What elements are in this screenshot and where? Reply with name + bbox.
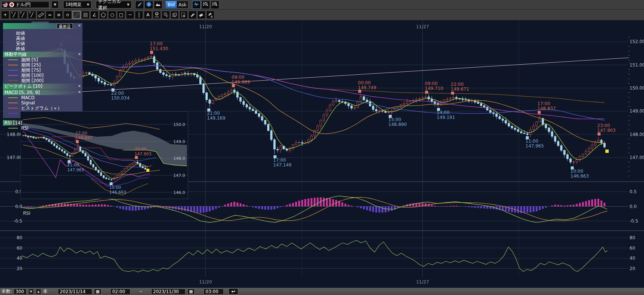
currency-pair-selector[interactable]: ドル/円 (1, 1, 50, 9)
technical-selector[interactable]: テクニカル選択▼ (96, 1, 132, 9)
close-icon[interactable]: × (78, 52, 81, 56)
to-time-input[interactable]: 03:00 (204, 289, 224, 295)
ellipse-tool[interactable]: ○ (108, 11, 116, 19)
legend-header: 最新足 × (3, 23, 82, 29)
svg-text:149.989: 149.989 (232, 80, 250, 85)
svg-text:10:00: 10:00 (109, 185, 121, 190)
crosshair-tool[interactable]: + (1, 11, 9, 19)
svg-text:11/27: 11/27 (416, 279, 429, 285)
svg-text:i: i (148, 3, 149, 6)
drawing-settings-tool[interactable] (206, 11, 214, 19)
rsi-pane-title: RSI (23, 211, 30, 216)
horizontal-line-tool[interactable]: ─ (126, 11, 134, 19)
svg-text:0.0: 0.0 (630, 204, 637, 209)
svg-text:148.00: 148.00 (630, 132, 644, 137)
pair-dropdown-button[interactable]: ▼ (51, 1, 59, 9)
svg-text:148.837: 148.837 (537, 106, 556, 111)
svg-text:80: 80 (17, 235, 22, 240)
calendar-icon[interactable]: ▦ (94, 289, 101, 295)
ruler-tool[interactable] (37, 11, 45, 19)
reset-range-button[interactable]: ↩ (229, 288, 238, 295)
svg-text:80: 80 (630, 235, 635, 240)
bar-count-label: 本数: (1, 288, 12, 295)
eraser-tool[interactable] (197, 11, 206, 19)
series-color-swatch (8, 65, 18, 65)
mountain-chart-button[interactable] (154, 1, 162, 9)
svg-text:21:00: 21:00 (207, 111, 220, 116)
series-color-swatch (8, 113, 18, 114)
svg-text:23:00: 23:00 (597, 123, 610, 128)
svg-text:11/20: 11/20 (199, 279, 212, 285)
drag-object-tool[interactable] (179, 11, 188, 19)
parallel-lines-tool[interactable]: = (46, 11, 54, 19)
bar-unit-label: 本 (43, 288, 48, 295)
count-increment-button[interactable]: ▲ (36, 289, 41, 295)
svg-text:149.169: 149.169 (207, 116, 226, 121)
close-icon[interactable]: × (78, 23, 81, 28)
from-time-input[interactable]: 02:00 (110, 289, 130, 295)
legend-group-header: MACD [5, 20, 9]× (3, 90, 82, 95)
close-icon[interactable]: × (78, 84, 81, 88)
series-color-swatch (8, 103, 18, 103)
wrench-tool[interactable] (188, 11, 197, 19)
ask-button[interactable]: Ask (177, 1, 188, 9)
legend-item: 期間 [25] (3, 62, 82, 68)
latest-bar-button[interactable]: 最新足 (57, 23, 73, 29)
icon-stamp-tool[interactable]: icon (153, 11, 161, 19)
info-button[interactable]: i (145, 1, 153, 9)
close-icon[interactable]: × (78, 90, 81, 94)
bid-button[interactable]: Bid (165, 1, 177, 9)
inset-axis-label: 150.0 (174, 122, 185, 127)
series-color-swatch (8, 97, 18, 98)
rectangle-tool[interactable]: □ (117, 11, 125, 19)
svg-text:147.965: 147.965 (67, 168, 84, 172)
svg-text:147.00: 147.00 (7, 155, 22, 160)
svg-text:149.749: 149.749 (358, 85, 376, 90)
trendline-2-tool[interactable]: ╱2 (19, 11, 27, 19)
svg-text:11:00: 11:00 (525, 139, 538, 144)
legend-item: 期間 [200] (3, 78, 82, 83)
vertical-line-tool[interactable]: │ (135, 11, 143, 19)
series-color-swatch (8, 59, 18, 60)
mountain-chart-icon (155, 1, 161, 8)
timeframe-selector[interactable]: 1時間足▼ (63, 1, 91, 9)
svg-text:146.663: 146.663 (109, 190, 126, 195)
series-color-swatch (8, 70, 18, 71)
svg-text:20: 20 (17, 266, 22, 271)
svg-text:22:00: 22:00 (111, 91, 124, 96)
zoom-in-icon (212, 1, 218, 8)
svg-text:09:00: 09:00 (232, 75, 245, 80)
svg-text:15:00: 15:00 (388, 117, 401, 122)
legend-item: 期間 [5] (3, 57, 82, 62)
calendar-icon[interactable]: ▦ (187, 289, 195, 295)
wave-chart-button[interactable] (192, 1, 201, 9)
fan-arc-tool[interactable]: ∩ (64, 11, 72, 19)
svg-text:11:00: 11:00 (67, 163, 79, 168)
bar-count-input[interactable]: 300 (14, 289, 26, 295)
fibonacci-retracement-tool[interactable]: ≡ (55, 11, 63, 19)
svg-text:17:00: 17:00 (75, 131, 87, 136)
svg-text:149.710: 149.710 (425, 86, 443, 91)
to-date-input[interactable]: 2023/11/30 (151, 289, 185, 295)
gann-fan-tool[interactable]: ∠ (90, 11, 98, 19)
zoom-in-button[interactable] (211, 1, 219, 9)
count-decrement-button[interactable]: ▼ (28, 289, 34, 295)
trendline-1-tool[interactable]: ╱1 (10, 11, 18, 19)
from-date-input[interactable]: 2023/11/14 (58, 289, 92, 295)
series-color-swatch (8, 80, 18, 81)
zoom-out-button[interactable] (201, 1, 210, 9)
svg-text:17:00: 17:00 (273, 158, 286, 163)
trendline-3-tool[interactable]: ╱3 (28, 11, 36, 19)
inset-axis-label: 147.0 (174, 173, 185, 178)
copy-object-tool[interactable] (171, 11, 179, 19)
svg-text:-0.5: -0.5 (630, 218, 638, 224)
pencil-button[interactable] (135, 1, 144, 9)
time-cycle-tool[interactable] (162, 11, 170, 19)
svg-text:149.00: 149.00 (630, 108, 644, 114)
svg-text:10:00: 10:00 (570, 169, 583, 174)
vertical-grid-tool[interactable]: |||| (81, 11, 90, 19)
fan-lines-tool[interactable]: ⋰ (72, 11, 81, 19)
text-tool[interactable]: A (144, 11, 152, 19)
svg-text:152.00: 152.00 (630, 39, 644, 44)
pentagon-tool[interactable] (99, 11, 107, 19)
